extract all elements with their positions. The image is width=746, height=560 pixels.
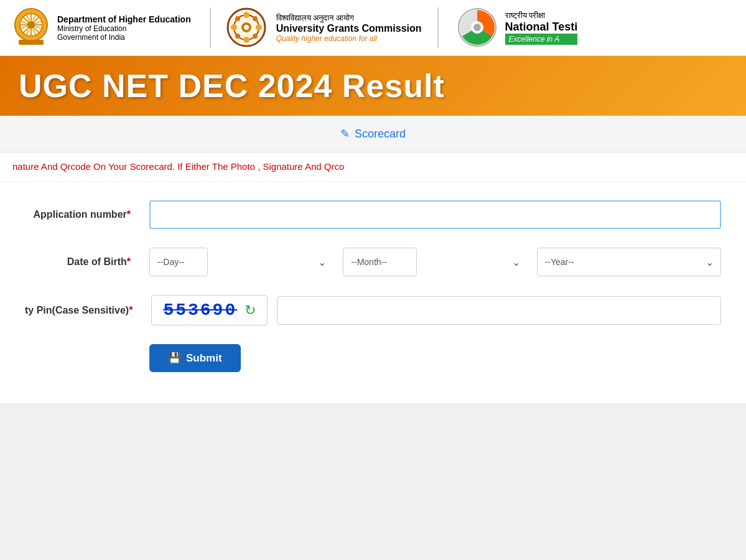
refresh-captcha-icon[interactable]: ↻ (245, 302, 256, 319)
dept-line2: Ministry of Education (57, 24, 191, 33)
form-section: Application number* Date of Birth* --Day… (0, 182, 746, 403)
application-number-input[interactable] (149, 200, 721, 229)
dept-line3: Government of India (57, 33, 191, 42)
scorecard-link-text: Scorecard (355, 128, 406, 141)
captcha-row: ty Pin(Case Sensitive)* 553690 ↻ (25, 295, 721, 325)
svg-point-26 (473, 24, 481, 31)
svg-point-18 (253, 16, 258, 21)
app-number-label: Application number* (25, 209, 149, 220)
ugc-tagline: Quality higher education for all (276, 34, 422, 43)
svg-point-15 (256, 24, 262, 30)
year-select-wrapper: --Year--19801981198219831984198519861987… (537, 248, 721, 276)
svg-point-16 (243, 37, 249, 43)
ashoka-emblem-icon (12, 7, 50, 48)
header-middle: विश्वविद्यालय अनुदान आयोग University Gra… (210, 7, 439, 48)
captcha-content: 553690 ↻ (151, 295, 721, 325)
app-number-row: Application number* (25, 200, 721, 229)
captcha-value: 553690 (163, 301, 237, 320)
day-select-wrapper: --Day--123456789101112131415161718192021… (149, 248, 333, 276)
captcha-display: 553690 ↻ (151, 295, 268, 325)
svg-point-14 (243, 12, 249, 18)
page-title: UGC NET DEC 2024 Result (19, 67, 727, 105)
svg-point-19 (253, 34, 258, 39)
ugc-text: विश्वविद्यालय अनुदान आयोग University Gra… (276, 13, 422, 43)
nta-name: National Testi (505, 21, 578, 34)
dob-row: Date of Birth* --Day--123456789101112131… (25, 248, 721, 276)
nta-hindi: राष्ट्रीय परीक्षा (505, 11, 578, 21)
dob-label: Date of Birth* (25, 256, 149, 268)
nta-text: राष्ट्रीय परीक्षा National Testi Excelle… (505, 11, 578, 45)
submit-label: Submit (186, 352, 222, 365)
svg-point-23 (244, 25, 249, 30)
dept-bold-line: Department of Higher Education (57, 14, 191, 24)
submit-row: 💾 Submit (25, 344, 721, 372)
nta-tagline: Excellence in A (505, 34, 578, 45)
save-icon: 💾 (168, 352, 181, 365)
svg-point-21 (235, 16, 240, 21)
svg-point-20 (235, 34, 240, 39)
scorecard-bar: ✎ Scorecard (0, 116, 746, 152)
dept-text: Department of Higher Education Ministry … (57, 14, 191, 42)
captcha-input[interactable] (277, 296, 721, 325)
ugc-logo-icon (226, 7, 267, 48)
svg-point-17 (231, 24, 237, 30)
day-select[interactable]: --Day--123456789101112131415161718192021… (149, 248, 208, 276)
title-banner: UGC NET DEC 2024 Result (0, 56, 746, 116)
edit-icon: ✎ (340, 127, 350, 141)
header-right: राष्ट्रीय परीक्षा National Testi Excelle… (457, 7, 578, 48)
notice-bar: nature And Qrcode On Your Scorecard. If … (0, 152, 746, 182)
month-select-wrapper: --Month--JanuaryFebruaryMarchAprilMayJun… (343, 248, 527, 276)
scorecard-link[interactable]: ✎ Scorecard (340, 127, 406, 141)
year-select[interactable]: --Year--19801981198219831984198519861987… (537, 248, 721, 276)
notice-text: nature And Qrcode On Your Scorecard. If … (12, 161, 344, 172)
svg-rect-11 (19, 40, 44, 45)
header: Department of Higher Education Ministry … (0, 0, 746, 56)
header-left: Department of Higher Education Ministry … (12, 7, 191, 48)
month-select[interactable]: --Month--JanuaryFebruaryMarchAprilMayJun… (343, 248, 417, 276)
ugc-name: University Grants Commission (276, 23, 422, 34)
submit-button[interactable]: 💾 Submit (149, 344, 241, 372)
nta-logo-icon (457, 7, 498, 48)
captcha-label: ty Pin(Case Sensitive)* (25, 305, 151, 316)
dob-selects: --Day--123456789101112131415161718192021… (149, 248, 721, 276)
ugc-hindi: विश्वविद्यालय अनुदान आयोग (276, 13, 422, 23)
